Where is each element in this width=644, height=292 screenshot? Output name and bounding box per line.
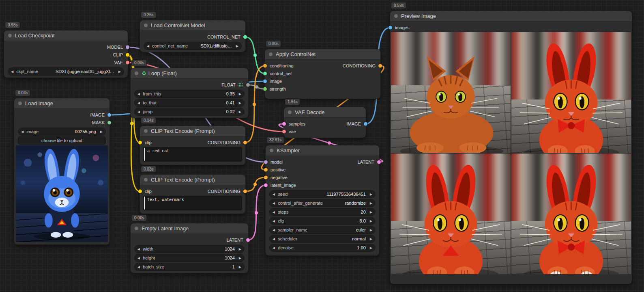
node-clip-text-encode-negative[interactable]: 0.03s CLIP Text Encode (Prompt) clip CON… <box>140 175 245 214</box>
image-port-dot[interactable] <box>107 113 111 117</box>
widget-batch-size[interactable]: ◀ batch_size 1 ▶ <box>135 263 244 270</box>
latent-port-dot[interactable] <box>264 183 268 187</box>
upload-file-button[interactable]: choose file to upload <box>18 137 105 144</box>
model-port-dot[interactable] <box>126 45 129 49</box>
collapse-dot[interactable] <box>135 227 138 230</box>
widget-scheduler[interactable]: ◀ scheduler normal ▶ <box>270 235 375 242</box>
node-titlebar[interactable]: CLIP Text Encode (Prompt) <box>140 126 245 136</box>
prev-arrow-icon[interactable]: ◀ <box>147 44 149 48</box>
prev-arrow-icon[interactable]: ◀ <box>137 256 140 260</box>
node-titlebar[interactable]: Load Image <box>14 98 109 109</box>
next-arrow-icon[interactable]: ▶ <box>370 201 372 205</box>
next-arrow-icon[interactable]: ▶ <box>239 256 241 260</box>
collapse-dot[interactable] <box>135 71 138 75</box>
next-arrow-icon[interactable]: ▶ <box>370 228 372 232</box>
input-slot-latent-image[interactable]: latent_image <box>266 181 379 189</box>
prev-arrow-icon[interactable]: ◀ <box>137 247 140 251</box>
output-slot-vae[interactable]: VAE <box>4 58 128 66</box>
widget-sampler-name[interactable]: ◀ sampler_name euler ▶ <box>270 226 375 234</box>
output-slot-float[interactable]: FLOAT <box>131 81 248 89</box>
widget-ckpt-name[interactable]: ◀ ckpt_name SDXL/juggernautXL_juggXl… ▶ <box>8 68 124 75</box>
prev-arrow-icon[interactable]: ◀ <box>137 265 140 269</box>
next-arrow-icon[interactable]: ▶ <box>118 70 121 74</box>
node-empty-latent-image[interactable]: 0.00s Empty Latent Image LATENT ◀ width … <box>131 223 248 273</box>
node-apply-controlnet[interactable]: 0.00s Apply ControlNet conditioning COND… <box>265 49 380 99</box>
widget-control-after-generate[interactable]: ◀ control_after_generate randomize ▶ <box>270 199 375 207</box>
node-clip-text-encode-positive[interactable]: 0.14s CLIP Text Encode (Prompt) clip CON… <box>140 126 245 165</box>
node-titlebar[interactable]: ♻ Loop (Float) <box>131 68 248 79</box>
conditioning-port-dot[interactable] <box>264 168 268 171</box>
collapse-dot[interactable] <box>144 178 148 182</box>
input-slot-positive[interactable]: positive <box>266 166 379 173</box>
preview-image-3[interactable] <box>391 154 511 274</box>
node-ksampler[interactable]: 32.91s KSampler model LATENT positive ne… <box>266 145 379 255</box>
widget-image-file[interactable]: ◀ image 00255.png ▶ <box>18 128 105 135</box>
prev-arrow-icon[interactable]: ◀ <box>273 228 275 232</box>
prev-arrow-icon[interactable]: ◀ <box>273 219 275 223</box>
vae-port-dot[interactable] <box>126 61 129 64</box>
next-arrow-icon[interactable]: ▶ <box>239 92 241 96</box>
slot-row-clip-conditioning[interactable]: clip CONDITIONING <box>140 138 245 146</box>
prompt-textarea[interactable]: a red cat <box>143 147 242 162</box>
prompt-textarea[interactable]: text, watermark <box>143 196 242 210</box>
widget-height[interactable]: ◀ height 1024 ▶ <box>135 254 244 262</box>
image-port-dot[interactable] <box>389 26 392 29</box>
node-vae-decode[interactable]: 1.94s VAE Decode samples IMAGE vae <box>284 107 366 138</box>
prev-arrow-icon[interactable]: ◀ <box>273 210 275 214</box>
output-slot-mask[interactable]: MASK <box>14 119 109 126</box>
latent-port-dot[interactable] <box>282 122 286 125</box>
widget-control-net-name[interactable]: ◀ control_net_name SDXL/diffusio… ▶ <box>144 42 241 50</box>
conditioning-port-dot[interactable] <box>378 64 382 67</box>
collapse-dot[interactable] <box>269 52 273 56</box>
collapse-dot[interactable] <box>394 14 398 18</box>
collapse-dot[interactable] <box>270 149 273 152</box>
node-titlebar[interactable]: Apply ControlNet <box>265 49 380 60</box>
control-net-port-dot[interactable] <box>263 71 267 75</box>
input-slot-vae[interactable]: vae <box>284 128 366 135</box>
input-slot-image[interactable]: image <box>265 77 380 85</box>
next-arrow-icon[interactable]: ▶ <box>370 246 372 250</box>
mask-port-dot[interactable] <box>107 121 111 124</box>
conditioning-port-dot[interactable] <box>243 141 247 144</box>
widget-jump[interactable]: ◀ jump 0.02 ▶ <box>135 108 244 115</box>
output-slot-image[interactable]: IMAGE <box>14 111 109 119</box>
input-slot-strength[interactable]: strength <box>265 85 380 93</box>
collapse-dot[interactable] <box>18 102 22 105</box>
preview-image-1[interactable] <box>391 32 511 153</box>
collapse-dot[interactable] <box>8 34 12 37</box>
node-titlebar[interactable]: CLIP Text Encode (Prompt) <box>140 175 245 185</box>
node-loop-float[interactable]: 0.00s ♻ Loop (Float) FLOAT ◀ from_this 0… <box>131 68 248 118</box>
clip-port-dot[interactable] <box>126 53 129 56</box>
prev-arrow-icon[interactable]: ◀ <box>273 193 275 196</box>
prev-arrow-icon[interactable]: ◀ <box>137 110 140 114</box>
next-arrow-icon[interactable]: ▶ <box>370 193 372 196</box>
node-preview-image[interactable]: 0.59s Preview Image images <box>390 11 632 284</box>
float-port-dot[interactable] <box>246 83 250 87</box>
widget-denoise[interactable]: ◀ denoise 1.00 ▶ <box>270 244 375 251</box>
loaded-image-preview[interactable] <box>16 145 108 242</box>
next-arrow-icon[interactable]: ▶ <box>370 237 372 241</box>
collapse-dot[interactable] <box>288 110 292 114</box>
next-arrow-icon[interactable]: ▶ <box>239 110 241 114</box>
prev-arrow-icon[interactable]: ◀ <box>137 101 140 105</box>
node-titlebar[interactable]: VAE Decode <box>284 107 366 118</box>
widget-seed[interactable]: ◀ seed 1119775536436451 ▶ <box>270 190 375 198</box>
prev-arrow-icon[interactable]: ◀ <box>21 130 24 134</box>
next-arrow-icon[interactable]: ▶ <box>239 247 241 251</box>
prev-arrow-icon[interactable]: ◀ <box>137 92 140 96</box>
widget-width[interactable]: ◀ width 1024 ▶ <box>135 245 244 253</box>
node-titlebar[interactable]: KSampler <box>266 145 379 156</box>
widget-steps[interactable]: ◀ steps 20 ▶ <box>270 208 375 216</box>
control-net-port-dot[interactable] <box>243 35 247 39</box>
prev-arrow-icon[interactable]: ◀ <box>273 237 275 241</box>
latent-port-dot[interactable] <box>246 238 250 242</box>
input-slot-images[interactable]: images <box>390 24 632 31</box>
prev-arrow-icon[interactable]: ◀ <box>11 70 13 74</box>
next-arrow-icon[interactable]: ▶ <box>236 44 238 48</box>
image-port-dot[interactable] <box>364 122 367 125</box>
node-load-controlnet[interactable]: 0.25s Load ControlNet Model CONTROL_NET … <box>140 20 245 52</box>
node-titlebar[interactable]: Preview Image <box>390 11 632 22</box>
model-port-dot[interactable] <box>264 160 268 164</box>
next-arrow-icon[interactable]: ▶ <box>239 265 241 269</box>
comfyui-canvas[interactable]: 0.98s Load Checkpoint MODEL CLIP VAE ◀ c… <box>0 0 644 292</box>
